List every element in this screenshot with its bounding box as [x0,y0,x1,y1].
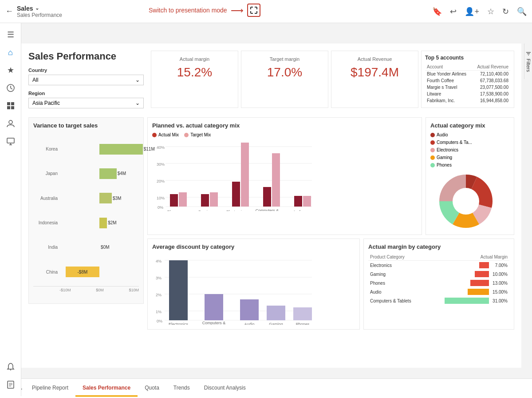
dropdown-arrow[interactable]: ⌄ [35,5,39,11]
top5-card: Top 5 accounts Account Actual Revenue Bl… [421,51,514,108]
tab-discount-analysis[interactable]: Discount Analysis [197,380,253,397]
right-top-panel: Actual margin 15.2% Target margin 17.0% … [151,51,514,108]
svg-rect-3 [7,106,10,109]
dashboard: Sales Performance Country All ⌄ Region A… [21,44,521,368]
back-button[interactable]: ← [5,7,13,16]
axis-label-minus10: -$10M [59,288,71,292]
svg-rect-27 [170,194,178,207]
svg-text:Computers &: Computers & [256,208,279,211]
top5-row: Margie s Travel23,077,500.00 [425,84,510,91]
sidebar-item-menu[interactable]: ☰ [3,27,19,43]
hint-arrow: ⟶ [231,5,244,16]
hint-text: Switch to presentation mode [149,7,227,14]
sidebar-item-people[interactable] [3,115,19,131]
svg-text:Computers &: Computers & [202,321,226,325]
legend-electronics: Electronics [430,147,509,152]
bar-fill-australia [99,193,112,203]
tab-trends[interactable]: Trends [166,380,197,397]
bar-track-china: -$8M [59,267,139,277]
refresh-icon[interactable]: ↻ [502,7,509,16]
actual-margin-table-title: Actual margin by category [368,243,509,250]
bar-track-india: $0M [59,242,139,253]
margin-row: Electronics 7.00% [368,261,509,270]
actual-revenue-card: Actual Revenue $197.4M [331,51,418,108]
legend-gaming: Gaming [430,155,509,160]
planned-vs-actual-card: Planned vs. actual category mix Actual M… [147,117,422,235]
svg-text:Audio: Audio [244,322,254,325]
app-title[interactable]: Sales ⌄ [17,5,62,12]
sidebar-item-favorites[interactable]: ★ [3,62,19,78]
variance-bars: Korea $11M Japan $4M [33,132,139,284]
legend-dot-phones [430,163,435,167]
bar-row-australia: Australia $3M [33,193,139,203]
bar-value-china-inline: -$8M [78,270,88,275]
filters-toggle-button[interactable]: Filters [524,44,532,79]
bar-fill-japan [99,168,117,179]
svg-text:4%: 4% [156,259,162,263]
sidebar-item-monitor[interactable] [3,133,19,149]
svg-text:Phones: Phones [296,322,310,325]
sidebar-item-recent[interactable] [3,80,19,96]
country-dropdown-arrow: ⌄ [135,77,140,83]
avg-discount-card: Average discount by category 4% 3% 2% 1%… [147,239,360,330]
top5-row: Litware17,538,900.00 [425,91,510,97]
tab-pipeline-report[interactable]: Pipeline Report [25,380,75,397]
charts-row-1: Planned vs. actual category mix Actual M… [147,117,514,235]
actual-margin-card: Actual margin by category Product Catego… [363,239,514,330]
presentation-hint: Switch to presentation mode ⟶ [149,4,260,17]
presentation-mode-button[interactable] [247,4,260,17]
sidebar-item-notifications[interactable] [3,359,19,375]
variance-card: Variance to target sales Korea $11M [28,117,144,304]
target-margin-card: Target margin 17.0% [241,51,328,108]
svg-rect-35 [294,196,302,207]
sidebar-item-apps[interactable] [3,98,19,114]
bookmark-icon[interactable]: 🔖 [432,7,442,16]
svg-text:0%: 0% [157,319,162,323]
actual-category-mix-title: Actual category mix [430,122,509,129]
svg-rect-33 [263,187,271,207]
bar-label-korea: Korea [33,147,58,151]
bar-track-japan: $4M [59,168,139,179]
margin-col-category: Product Category [368,254,425,261]
svg-rect-31 [232,182,240,207]
svg-text:Electronics: Electronics [169,322,189,325]
undo-icon[interactable]: ↩ [450,7,457,16]
bar-value-india: $0M [101,245,109,250]
search-icon[interactable]: 🔍 [517,7,527,16]
bar-value-korea: $11M [144,147,155,151]
svg-rect-36 [303,196,311,207]
bar-row-china: China -$8M [33,267,139,277]
bar-track-australia: $3M [59,193,139,203]
bar-label-japan: Japan [33,171,58,176]
region-filter-select[interactable]: Asia Pacific ⌄ [28,98,144,108]
legend-target: Target Mix [184,132,211,137]
margin-row: Audio 15.00% [368,287,509,296]
svg-rect-28 [179,192,187,207]
filter-icon [525,51,532,57]
tabbar: ◀ ▶ Pipeline ReportSales PerformanceQuot… [0,378,532,398]
tab-quota[interactable]: Quota [138,380,166,397]
planned-vs-actual-title: Planned vs. actual category mix [152,122,417,129]
svg-rect-32 [241,143,249,207]
sidebar-item-data[interactable] [3,377,19,393]
bar-row-indonesia: Indonesia $2M [33,218,139,228]
tab-sales-performance[interactable]: Sales Performance [75,380,138,397]
country-filter-label: Country [28,68,144,73]
sidebar: ☰ ⌂ ★ [0,23,21,396]
bar-value-indonesia: $2M [108,220,116,225]
kpi-row: Actual margin 15.2% Target margin 17.0% … [151,51,514,108]
legend-audio: Audio [430,132,509,137]
svg-text:0%: 0% [158,205,163,210]
region-dropdown-arrow: ⌄ [135,100,140,106]
top5-title: Top 5 accounts [425,55,510,61]
left-panel: Sales Performance Country All ⌄ Region A… [28,51,144,114]
bar-track-korea: $11M [59,144,139,155]
country-filter-select[interactable]: All ⌄ [28,75,144,85]
top5-col-account: Account [425,64,472,71]
add-person-icon[interactable]: 👤+ [465,7,479,16]
star-icon[interactable]: ☆ [487,7,494,16]
axis-label-plus10: $10M [129,288,139,292]
legend-dot-audio [430,133,435,137]
margin-table: Product Category Actual Margin Electroni… [368,254,509,305]
sidebar-item-home[interactable]: ⌂ [3,44,19,60]
